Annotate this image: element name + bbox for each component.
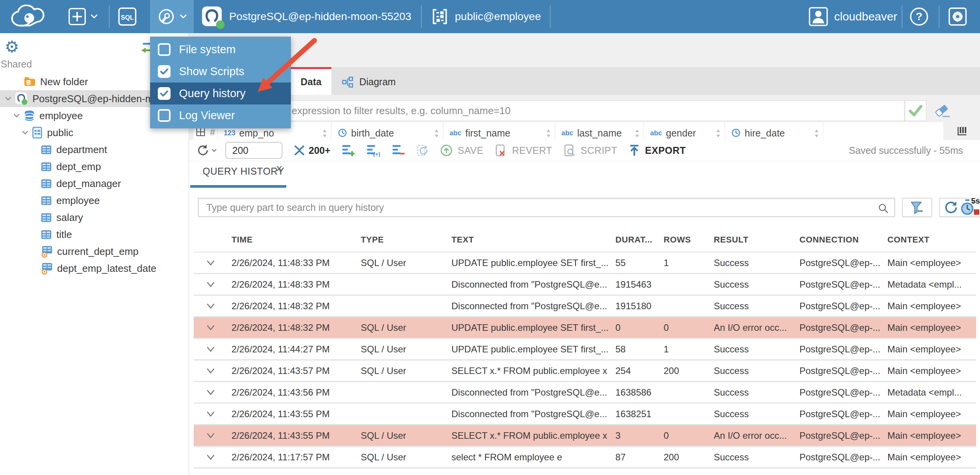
expand-row-chevron-icon[interactable] bbox=[194, 452, 228, 462]
history-row[interactable]: 2/26/2024, 11:17:57 PMSQL / Userselect *… bbox=[194, 447, 976, 468]
history-row[interactable]: 2/26/2024, 11:43:55 PMDisconnected from … bbox=[194, 404, 976, 425]
checkbox-unchecked-icon[interactable] bbox=[158, 43, 171, 56]
sort-icon[interactable] bbox=[433, 128, 440, 138]
grid-column-gender[interactable]: abcgender bbox=[644, 122, 725, 140]
menu-item-file-system[interactable]: File system bbox=[150, 39, 291, 61]
tree-item-salary[interactable]: salary bbox=[0, 209, 189, 226]
checkbox-unchecked-icon[interactable] bbox=[158, 109, 171, 122]
expand-row-chevron-icon[interactable] bbox=[194, 258, 228, 268]
fetch-page-size-button[interactable]: 200+ bbox=[293, 144, 330, 157]
sort-icon[interactable] bbox=[545, 128, 552, 138]
history-header-rows[interactable]: ROWS bbox=[660, 235, 710, 245]
revert-icon bbox=[494, 144, 507, 157]
history-filter-button[interactable] bbox=[902, 198, 932, 217]
checkbox-checked-icon[interactable] bbox=[158, 87, 171, 100]
save-button[interactable]: SAVE bbox=[440, 144, 483, 157]
filter-expression-input[interactable] bbox=[193, 100, 905, 121]
history-cell-time: 2/26/2024, 11:17:57 PM bbox=[228, 452, 357, 463]
add-row-button[interactable] bbox=[341, 144, 355, 157]
new-connection-button[interactable] bbox=[68, 0, 98, 33]
export-button[interactable]: EXPORT bbox=[628, 144, 686, 157]
history-cell-result: Success bbox=[710, 387, 796, 398]
history-header-connection[interactable]: CONNECTION bbox=[796, 235, 884, 245]
tree-item-department[interactable]: department bbox=[0, 141, 189, 158]
apply-filter-button[interactable] bbox=[905, 100, 926, 121]
history-row[interactable]: 2/26/2024, 11:43:57 PMSQL / UserSELECT x… bbox=[194, 360, 976, 382]
history-cell-duration: 1915463 bbox=[612, 279, 660, 290]
grid-column-last_name[interactable]: abclast_name bbox=[555, 122, 644, 140]
grid-columns-config-icon[interactable] bbox=[957, 126, 968, 138]
history-header-durat[interactable]: DURAT... bbox=[612, 235, 660, 245]
connection-name: PostgreSQL@ep-hidden-moon-55203 bbox=[229, 10, 411, 23]
schema-selector-button[interactable]: public@employee bbox=[431, 0, 541, 33]
sort-icon[interactable] bbox=[321, 128, 328, 138]
sort-icon[interactable] bbox=[813, 128, 820, 138]
history-header-result[interactable]: RESULT bbox=[710, 235, 796, 245]
tab-data[interactable]: Data bbox=[291, 67, 331, 95]
history-header-context[interactable]: CONTEXT bbox=[884, 235, 976, 245]
tools-menu-button[interactable] bbox=[150, 0, 194, 33]
query-search-input[interactable] bbox=[199, 199, 894, 216]
tab-diagram[interactable]: Diagram bbox=[331, 67, 406, 95]
sort-icon[interactable] bbox=[715, 128, 721, 138]
topbar-divider bbox=[550, 5, 551, 28]
history-row[interactable]: 2/26/2024, 11:48:32 PMDisconnected from … bbox=[194, 296, 976, 317]
expand-row-chevron-icon[interactable] bbox=[194, 301, 228, 311]
history-row[interactable]: 2/26/2024, 11:44:27 PMSQL / UserUPDATE p… bbox=[194, 339, 976, 360]
expand-row-chevron-icon[interactable] bbox=[194, 280, 228, 290]
script-button[interactable]: SCRIPT bbox=[563, 144, 617, 157]
active-connection-button[interactable]: PostgreSQL@ep-hidden-moon-55203 bbox=[201, 0, 411, 33]
menu-item-log-viewer[interactable]: Log Viewer bbox=[150, 104, 291, 126]
history-refresh-button[interactable] bbox=[943, 199, 959, 216]
expand-row-chevron-icon[interactable] bbox=[194, 323, 228, 333]
auto-refresh-timer-button[interactable]: 5s bbox=[959, 198, 979, 217]
menu-item-show-scripts[interactable]: Show Scripts bbox=[150, 61, 291, 83]
settings-button[interactable] bbox=[948, 0, 968, 33]
tree-item-employee[interactable]: employee bbox=[0, 192, 189, 209]
checkbox-checked-icon[interactable] bbox=[158, 65, 171, 78]
edit-generate-button[interactable] bbox=[416, 144, 429, 157]
sidebar-settings-gear-icon[interactable]: ⚙ bbox=[5, 39, 19, 55]
tree-item-dept-manager[interactable]: dept_manager bbox=[0, 175, 189, 192]
tree-item-dept-emp[interactable]: dept_emp bbox=[0, 158, 189, 175]
tree-item-label: public bbox=[47, 127, 73, 139]
tree-expand-chevron-icon[interactable] bbox=[20, 128, 30, 137]
sort-icon[interactable] bbox=[634, 128, 640, 138]
grid-column-first_name[interactable]: abcfirst_name bbox=[443, 122, 555, 140]
clear-filter-eraser-icon[interactable] bbox=[934, 103, 951, 120]
tree-item-dept-emp-latest-date[interactable]: dept_emp_latest_date bbox=[0, 260, 189, 277]
expand-row-chevron-icon[interactable] bbox=[194, 431, 228, 441]
sql-editor-button[interactable]: SQL bbox=[117, 0, 137, 33]
history-header-text[interactable]: TEXT bbox=[448, 235, 612, 245]
help-button[interactable]: ? bbox=[909, 0, 929, 33]
expand-row-chevron-icon[interactable] bbox=[194, 409, 228, 419]
expand-row-chevron-icon[interactable] bbox=[194, 344, 228, 354]
history-row[interactable]: 2/26/2024, 11:43:56 PMDisconnected from … bbox=[194, 382, 976, 404]
history-cell-text: Disconnected from "PostgreSQL@e... bbox=[448, 279, 612, 290]
auto-refresh-stop-square bbox=[974, 209, 979, 215]
grid-column-hire_date[interactable]: hire_date bbox=[725, 122, 823, 140]
history-header-time[interactable]: TIME bbox=[228, 235, 357, 245]
tree-expand-chevron-icon[interactable] bbox=[12, 111, 22, 120]
grid-column-birth_date[interactable]: birth_date bbox=[331, 122, 443, 140]
history-header-type[interactable]: TYPE bbox=[357, 235, 448, 245]
revert-button[interactable]: REVERT bbox=[494, 144, 552, 157]
tree-item-current-dept-emp[interactable]: current_dept_emp bbox=[0, 243, 189, 260]
expand-row-chevron-icon[interactable] bbox=[194, 387, 228, 398]
text-type-badge: abc bbox=[650, 129, 662, 137]
history-row[interactable]: 2/26/2024, 11:48:33 PMDisconnected from … bbox=[194, 274, 976, 296]
history-row[interactable]: 2/26/2024, 11:48:33 PMSQL / UserUPDATE p… bbox=[194, 253, 976, 274]
query-history-tab[interactable]: QUERY HISTORY × bbox=[190, 161, 287, 187]
duplicate-row-button[interactable]: (+) bbox=[366, 144, 380, 157]
tree-item-title[interactable]: title bbox=[0, 226, 189, 243]
history-row[interactable]: 2/26/2024, 11:43:55 PMSQL / UserSELECT x… bbox=[194, 425, 976, 447]
expand-row-chevron-icon[interactable] bbox=[194, 366, 228, 376]
user-menu-button[interactable]: cloudbeaver bbox=[809, 0, 897, 33]
close-tab-icon[interactable]: × bbox=[276, 162, 283, 175]
tree-expand-chevron-icon[interactable] bbox=[3, 94, 13, 103]
row-limit-input[interactable] bbox=[225, 142, 282, 159]
delete-row-button[interactable] bbox=[391, 144, 405, 157]
refresh-results-button[interactable] bbox=[196, 143, 217, 157]
menu-item-query-history[interactable]: Query history bbox=[150, 83, 291, 104]
history-row[interactable]: 2/26/2024, 11:48:32 PMSQL / UserUPDATE p… bbox=[194, 317, 976, 339]
